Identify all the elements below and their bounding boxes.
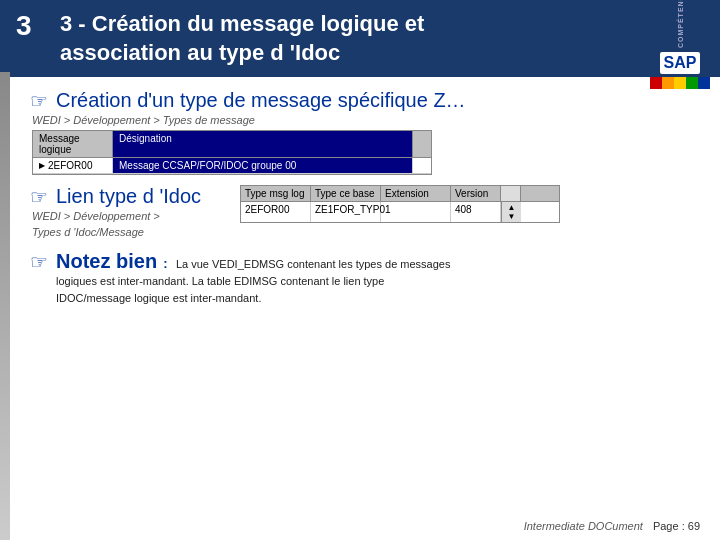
bullet-icon-2: ☞: [30, 187, 48, 207]
competences-text: COMPÉTENCES: [677, 0, 684, 48]
col2-header-typebase: Type ce base: [311, 186, 381, 201]
table1-header: Message logique Désignation: [33, 131, 431, 158]
notez-title: Notez bien: [56, 250, 157, 273]
table2-typemsg-cell: 2EFOR00: [241, 202, 311, 222]
table1-arrow-cell: ▶ 2EFOR00: [33, 158, 113, 173]
lien-text: Lien type d 'Idoc: [56, 185, 201, 208]
col2-header-typemsg: Type msg log: [241, 186, 311, 201]
header-title: 3 - Création du message logique et assoc…: [60, 10, 424, 67]
page-header: 3 3 - Création du message logique et ass…: [0, 0, 720, 77]
sap-color-bar: [650, 77, 710, 89]
section-creation: ☞ Création d'un type de message spécifiq…: [30, 89, 700, 175]
bullet-creation-main: ☞ Création d'un type de message spécifiq…: [30, 89, 700, 112]
notez-line2: logiques est inter-mandant. La table EDI…: [56, 273, 450, 290]
notez-content: Notez bien : La vue VEDI_EDMSG contenant…: [56, 250, 450, 306]
table2-ver-cell: 408: [451, 202, 501, 222]
page-footer: Intermediate DOCument Page : 69: [524, 520, 700, 532]
bullet-icon-1: ☞: [30, 91, 48, 111]
path-text-2b: Types d 'Idoc/Message: [32, 226, 230, 238]
bullet-lien-main: ☞ Lien type d 'Idoc: [30, 185, 230, 208]
col-header-desig: Désignation: [113, 131, 413, 157]
creation-text: Création d'un type de message spécifique…: [56, 89, 466, 112]
message-table: Message logique Désignation ▶ 2EFOR00 Me…: [32, 130, 432, 175]
col-header-msg: Message logique: [33, 131, 113, 157]
table1-row-arrow: ▶ 2EFOR00 Message CCSAP/FOR/IDOC groupe …: [33, 158, 431, 174]
table2-header: Type msg log Type ce base Extension Vers…: [241, 186, 559, 202]
notez-colon: :: [163, 256, 167, 271]
table2-ext-cell: [381, 202, 451, 222]
bullet-icon-3: ☞: [30, 252, 48, 272]
table1-desig-cell: Message CCSAP/FOR/IDOC groupe 00: [113, 158, 413, 173]
main-content: ☞ Création d'un type de message spécifiq…: [10, 77, 720, 324]
notez-line3: IDOC/message logique est inter-mandant.: [56, 290, 450, 307]
lien-table: Type msg log Type ce base Extension Vers…: [240, 185, 560, 223]
section-lien-right: Type msg log Type ce base Extension Vers…: [240, 185, 700, 223]
table2-typebase-cell: ZE1FOR_TYP01: [311, 202, 381, 222]
section-lien: ☞ Lien type d 'Idoc WEDI > Développement…: [30, 185, 700, 242]
section-number: 3: [16, 10, 32, 42]
table2-scrollbar-header: [501, 186, 521, 201]
footer-page: Page : 69: [653, 520, 700, 532]
notez-first-line: Notez bien : La vue VEDI_EDMSG contenant…: [56, 250, 450, 273]
notez-line1: La vue VEDI_EDMSG contenant les types de…: [176, 256, 451, 273]
footer-center: Intermediate DOCument: [524, 520, 643, 532]
col2-header-ext: Extension: [381, 186, 451, 201]
table2-row-1: 2EFOR00 ZE1FOR_TYP01 408 ▲ ▼: [241, 202, 559, 222]
left-stripe: [0, 72, 10, 540]
section-notez: ☞ Notez bien : La vue VEDI_EDMSG contena…: [30, 250, 700, 306]
section-lien-left: ☞ Lien type d 'Idoc WEDI > Développement…: [30, 185, 230, 242]
path-text-1: WEDI > Développement > Types de message: [32, 114, 700, 126]
table1-msg-cell: 2EFOR00: [48, 160, 92, 171]
col2-header-ver: Version: [451, 186, 501, 201]
sap-brand-text: SAP: [660, 52, 701, 74]
sap-logo: COMPÉTENCES SAP: [640, 0, 720, 72]
table2-scrollbar[interactable]: ▲ ▼: [501, 202, 521, 222]
path-text-2a: WEDI > Développement >: [32, 210, 230, 222]
